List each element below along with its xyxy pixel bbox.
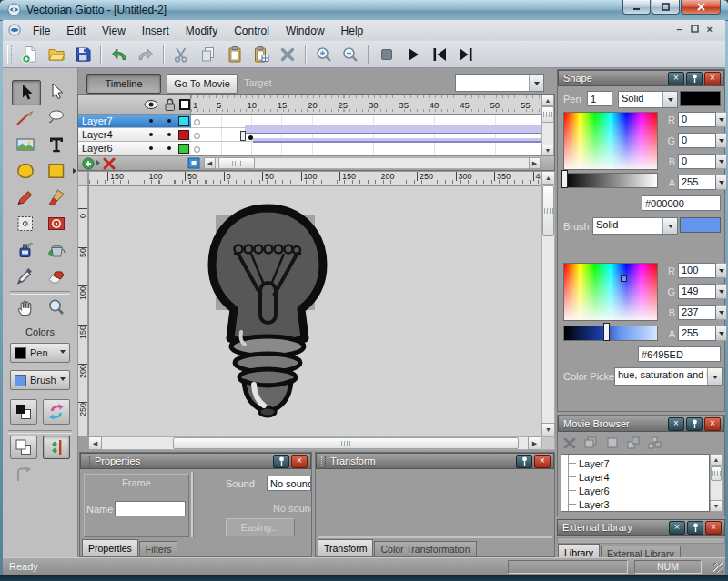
timeline-hscroll-left-icon[interactable]: ◀: [204, 157, 216, 169]
pen-style-arrow[interactable]: [662, 92, 677, 107]
new-document-button[interactable]: [16, 43, 43, 66]
swap-colors-button[interactable]: [43, 399, 70, 425]
cut-button[interactable]: [168, 43, 195, 66]
hide-icon[interactable]: ×: [668, 417, 684, 431]
menu-item[interactable]: Edit: [58, 22, 94, 40]
pen-green-spin-arrow[interactable]: [716, 133, 727, 148]
open-button[interactable]: [43, 43, 69, 66]
pen-slider-handle[interactable]: [561, 170, 568, 188]
toolbar-grip[interactable]: [7, 45, 12, 64]
menu-item[interactable]: View: [94, 22, 134, 40]
last-frame-button[interactable]: [452, 43, 479, 66]
menu-item[interactable]: Insert: [134, 22, 177, 40]
brush-luminance-slider[interactable]: [563, 326, 658, 341]
mb-scroll-up-icon[interactable]: ▲: [710, 454, 723, 466]
default-colors-button[interactable]: [10, 399, 37, 425]
layer-lock-dot[interactable]: [167, 119, 171, 123]
color-picker-arrow[interactable]: [707, 368, 722, 385]
mb-move-up-icon[interactable]: [627, 436, 640, 451]
pen-blue-value[interactable]: 0: [678, 154, 716, 169]
close-icon[interactable]: ×: [705, 521, 722, 535]
pin-icon[interactable]: [516, 455, 532, 468]
canvas-vscroll-thumb[interactable]: [542, 185, 554, 236]
mb-delete-icon[interactable]: [563, 437, 576, 451]
tween-span-upper[interactable]: [245, 125, 541, 134]
pin-icon[interactable]: [686, 417, 703, 431]
canvas-vscroll-down-icon[interactable]: ▼: [541, 423, 555, 436]
close-icon[interactable]: ×: [291, 455, 308, 468]
external-library-title-bar[interactable]: External Library × ×: [557, 519, 725, 536]
close-icon[interactable]: ×: [704, 72, 721, 85]
pen-luminance-slider[interactable]: [563, 173, 658, 188]
brush-slider-handle[interactable]: [603, 323, 610, 341]
pen-alpha-value[interactable]: 255: [678, 175, 716, 190]
app-menu-icon[interactable]: [8, 24, 21, 38]
brush-hex-input[interactable]: #6495ED: [638, 346, 721, 362]
brush-red-value[interactable]: 100: [678, 263, 716, 278]
hide-icon[interactable]: ×: [668, 72, 684, 85]
tween-span-lower[interactable]: [253, 138, 541, 143]
hide-icon[interactable]: ×: [669, 521, 685, 535]
layer-outline-color-swatch[interactable]: [178, 144, 189, 154]
eyedropper-tool[interactable]: [12, 265, 39, 288]
target-combobox[interactable]: [455, 74, 544, 92]
zoom-out-button[interactable]: [337, 43, 363, 66]
outline-mode-icon[interactable]: [179, 99, 190, 112]
pen-color-button[interactable]: Pen: [10, 343, 70, 363]
layer-lock-dot[interactable]: [167, 146, 171, 150]
hand-tool[interactable]: [12, 296, 39, 319]
tab-color-transformation[interactable]: Color Transformation: [374, 541, 476, 556]
title-bar[interactable]: Vectorian Giotto - [Untitled-2]: [0, 0, 728, 21]
lock-icon[interactable]: [164, 97, 176, 114]
layer-tree-item[interactable]: Layer6: [569, 484, 709, 497]
brush-green-spin-arrow[interactable]: [716, 284, 727, 299]
menu-item[interactable]: File: [25, 22, 58, 40]
menu-item[interactable]: Window: [278, 22, 333, 40]
first-frame-button[interactable]: [426, 43, 452, 66]
menu-item[interactable]: Help: [333, 22, 372, 40]
brush-style-dropdown[interactable]: Solid: [592, 217, 678, 235]
maximize-button[interactable]: [652, 0, 680, 15]
brush-tool[interactable]: [43, 185, 70, 209]
text-tool[interactable]: [43, 133, 70, 156]
layer-visibility-dot[interactable]: [149, 133, 153, 136]
brush-alpha-spin-arrow[interactable]: [716, 326, 727, 341]
pen-red-value[interactable]: 0: [678, 112, 716, 127]
timeline-toggle-button[interactable]: Timeline: [86, 74, 161, 94]
pin-icon[interactable]: [687, 521, 703, 535]
brush-blue-spin-arrow[interactable]: [716, 305, 727, 320]
delete-button[interactable]: [274, 43, 300, 66]
selection-tool[interactable]: [12, 80, 41, 105]
brush-alpha-value[interactable]: 255: [678, 326, 716, 341]
mdi-close-icon[interactable]: ×: [707, 24, 713, 35]
close-icon[interactable]: ×: [534, 455, 551, 468]
resize-grip[interactable]: [713, 563, 723, 573]
keyframe-dot[interactable]: [248, 135, 253, 140]
brush-style-arrow[interactable]: [662, 218, 677, 234]
menu-item[interactable]: Control: [226, 22, 278, 40]
timeline-hscroll-thumb[interactable]: [218, 157, 255, 169]
brush-blue-value[interactable]: 237: [678, 305, 716, 320]
play-button[interactable]: [399, 43, 426, 66]
tab-filters[interactable]: Filters: [139, 541, 178, 556]
save-button[interactable]: [69, 43, 96, 66]
tab-transform[interactable]: Transform: [318, 539, 373, 556]
transform-title-bar[interactable]: Transform ×: [316, 453, 554, 469]
canvas-hscroll-left-icon[interactable]: ◀: [88, 436, 102, 450]
brush-green-value[interactable]: 149: [678, 284, 716, 299]
minimize-button[interactable]: [622, 0, 651, 15]
canvas-hscroll-thumb[interactable]: [173, 437, 519, 449]
pen-blue-spin-arrow[interactable]: [716, 154, 727, 169]
pen-alpha-spin-arrow[interactable]: [716, 175, 727, 190]
close-icon[interactable]: ×: [704, 417, 721, 431]
line-tool[interactable]: [12, 106, 39, 130]
zoom-tool[interactable]: [43, 296, 70, 319]
layer-visibility-dot[interactable]: [149, 119, 153, 123]
color-picker-dropdown[interactable]: hue, saturation and lumir: [614, 367, 723, 386]
brush-color-button[interactable]: Brush: [10, 370, 70, 390]
canvas-vscroll-up-icon[interactable]: ▲: [541, 171, 555, 185]
rectangle-tool[interactable]: [43, 159, 70, 183]
brush-color-marker[interactable]: [621, 275, 627, 282]
canvas-hscroll-right-icon[interactable]: ▶: [528, 436, 541, 450]
pen-color-field[interactable]: [563, 112, 658, 170]
